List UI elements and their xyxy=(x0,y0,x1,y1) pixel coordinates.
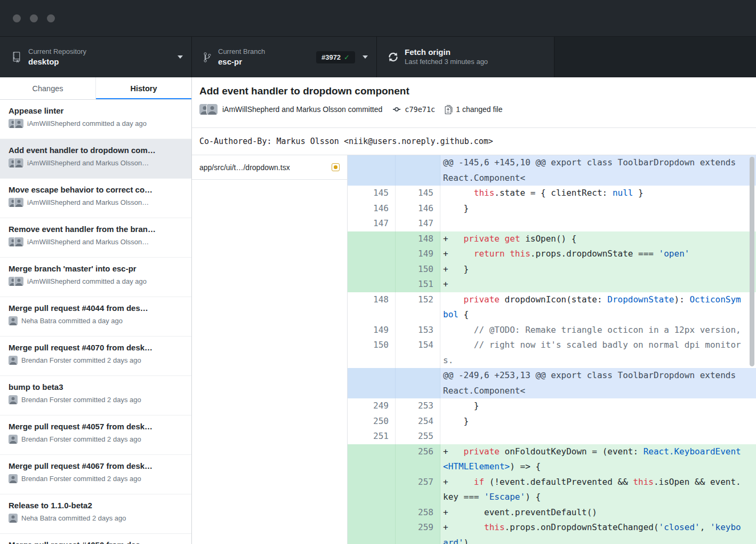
diff-row: 148+ private get isOpen() { xyxy=(348,231,756,247)
new-line-number: 254 xyxy=(396,414,440,429)
diff-code-line: + private get isOpen() { xyxy=(440,231,756,247)
old-line-number xyxy=(348,475,396,505)
repository-name: desktop xyxy=(28,57,86,67)
history-commit-meta: Brendan Forster committed 2 days ago xyxy=(9,435,183,444)
file-path: app/src/ui/t…/dropdown.tsx xyxy=(199,163,290,172)
scrollbar-thumb[interactable] xyxy=(750,157,754,366)
history-commit-meta: Brendan Forster committed 2 days ago xyxy=(9,356,183,365)
modified-status-icon xyxy=(332,163,340,171)
sidebar-tabs: Changes History xyxy=(0,77,191,100)
new-line-number: 253 xyxy=(396,398,440,414)
diff-row: @@ -249,6 +253,13 @@ export class Toolba… xyxy=(348,368,756,398)
old-line-number xyxy=(348,246,396,262)
history-commit-item[interactable]: Release to 1.1.0-beta2Neha Batra committ… xyxy=(0,494,191,534)
diff-code-line: private dropdownIcon(state: DropdownStat… xyxy=(440,292,756,323)
diff-code-line: } xyxy=(440,414,756,429)
history-commit-meta: iAmWillShepherd committed a day ago xyxy=(9,119,183,128)
diff-row: 151+ xyxy=(348,277,756,292)
old-line-number xyxy=(348,505,396,521)
history-commit-item[interactable]: Merge pull request #4057 from desk…Brend… xyxy=(0,415,191,455)
diff-code-line: + if (!event.defaultPrevented && this.is… xyxy=(440,475,756,505)
diff-row: 149+ return this.props.dropdownState ===… xyxy=(348,246,756,262)
history-commit-meta: Brendan Forster committed 2 days ago xyxy=(9,395,183,404)
avatar-icon xyxy=(14,158,23,167)
avatar-icon xyxy=(9,435,18,444)
history-commit-title: Release to 1.1.0-beta2 xyxy=(9,501,183,510)
diff-row: 251255 xyxy=(348,429,756,444)
history-commit-meta: Neha Batra committed a day ago xyxy=(9,316,183,325)
tab-history[interactable]: History xyxy=(96,77,191,99)
history-commit-item[interactable]: Merge pull request #4044 from des…Neha B… xyxy=(0,297,191,337)
history-commit-item[interactable]: bump to beta3Brendan Forster committed 2… xyxy=(0,376,191,415)
history-commit-item[interactable]: Move escape behavior to correct co…iAmWi… xyxy=(0,179,191,218)
diff-code-line xyxy=(440,216,756,231)
changed-file-icon xyxy=(445,105,453,114)
avatar-icon xyxy=(14,237,23,246)
history-commit-item[interactable]: Merge branch 'master' into esc-priAmWill… xyxy=(0,258,191,297)
fetch-title: Fetch origin xyxy=(405,47,488,58)
diff-row: 259+ this.props.onDropdownStateChanged('… xyxy=(348,520,756,544)
tab-changes[interactable]: Changes xyxy=(0,77,96,99)
old-line-number xyxy=(348,520,396,544)
repository-picker[interactable]: Current Repository desktop xyxy=(0,37,192,77)
diff-row: 149153 // @TODO: Remake triangle octicon… xyxy=(348,323,756,338)
toolbar: Current Repository desktop Current Branc… xyxy=(0,36,756,77)
history-commit-meta: iAmWillShepherd and Markus Olsson… xyxy=(9,158,183,167)
history-commit-meta: Brendan Forster committed 2 days ago xyxy=(9,474,183,483)
diff-row: 150154 // right now it's scaled badly on… xyxy=(348,338,756,368)
avatar-icon xyxy=(9,395,18,404)
diff-row: 147147 xyxy=(348,216,756,231)
diff-code-line: // @TODO: Remake triangle octicon in a 1… xyxy=(440,323,756,338)
diff-code-line xyxy=(440,429,756,444)
history-commit-item[interactable]: Merge pull request #4050 from des… xyxy=(0,534,191,544)
diff-row: 256+ private onFoldoutKeyDown = (event: … xyxy=(348,444,756,475)
fetch-origin-button[interactable]: Fetch origin Last fetched 3 minutes ago xyxy=(377,37,554,77)
diff-row: 257+ if (!event.defaultPrevented && this… xyxy=(348,475,756,505)
avatar-icon xyxy=(14,119,23,128)
file-list-item[interactable]: app/src/ui/t…/dropdown.tsx xyxy=(192,155,347,180)
old-line-number xyxy=(348,262,396,277)
close-button[interactable] xyxy=(13,14,21,22)
new-line-number xyxy=(396,368,440,398)
new-line-number: 255 xyxy=(396,429,440,444)
history-commit-title: Merge pull request #4057 from desk… xyxy=(9,422,183,431)
repo-icon xyxy=(12,52,21,63)
new-line-number xyxy=(396,155,440,186)
history-commit-item[interactable]: Merge pull request #4070 from desk…Brend… xyxy=(0,337,191,376)
diff-row: 250254 } xyxy=(348,414,756,429)
zoom-button[interactable] xyxy=(47,14,55,22)
sync-icon xyxy=(389,51,398,63)
history-commit-meta: iAmWillShepherd and Markus Olsson… xyxy=(9,198,183,207)
commit-byline: iAmWillShepherd and Markus Olsson commit… xyxy=(222,105,382,114)
history-commit-title: bump to beta3 xyxy=(9,382,183,391)
commit-meta-row: iAmWillShepherd and Markus Olsson commit… xyxy=(199,104,747,115)
history-commit-item[interactable]: Appease linteriAmWillShepherd committed … xyxy=(0,100,191,139)
branch-picker[interactable]: Current Branch esc-pr #3972✓ xyxy=(192,37,377,77)
history-commit-title: Merge pull request #4070 from desk… xyxy=(9,343,183,352)
history-commit-item[interactable]: Add event handler to dropdown com…iAmWil… xyxy=(0,139,191,179)
branch-name: esc-pr xyxy=(218,57,265,67)
avatar-icon xyxy=(9,514,18,523)
new-line-number: 152 xyxy=(396,292,440,323)
app-body: Changes History Appease linteriAmWillShe… xyxy=(0,77,756,544)
minimize-button[interactable] xyxy=(30,14,38,22)
new-line-number: 257 xyxy=(396,475,440,505)
history-commit-title: Move escape behavior to correct co… xyxy=(9,185,183,194)
diff-row: 148152 private dropdownIcon(state: Dropd… xyxy=(348,292,756,323)
diff-code-line: + event.preventDefault() xyxy=(440,505,756,521)
commit-title: Add event handler to dropdown component xyxy=(199,85,747,97)
pr-badge: #3972✓ xyxy=(316,51,355,63)
history-commit-item[interactable]: Merge pull request #4067 from desk…Brend… xyxy=(0,455,191,494)
avatar-icon xyxy=(9,316,18,325)
chevron-down-icon xyxy=(363,55,368,59)
history-commit-meta: Neha Batra committed 2 days ago xyxy=(9,514,183,523)
diff-code-line: + return this.props.dropdownState === 'o… xyxy=(440,246,756,262)
old-line-number: 149 xyxy=(348,323,396,338)
new-line-number: 147 xyxy=(396,216,440,231)
new-line-number: 148 xyxy=(396,231,440,247)
diff-row: @@ -145,6 +145,10 @@ export class Toolba… xyxy=(348,155,756,186)
history-commit-title: Appease linter xyxy=(9,106,183,115)
chevron-down-icon xyxy=(178,55,183,59)
history-commit-item[interactable]: Remove event handler from the bran…iAmWi… xyxy=(0,218,191,258)
new-line-number: 154 xyxy=(396,338,440,368)
